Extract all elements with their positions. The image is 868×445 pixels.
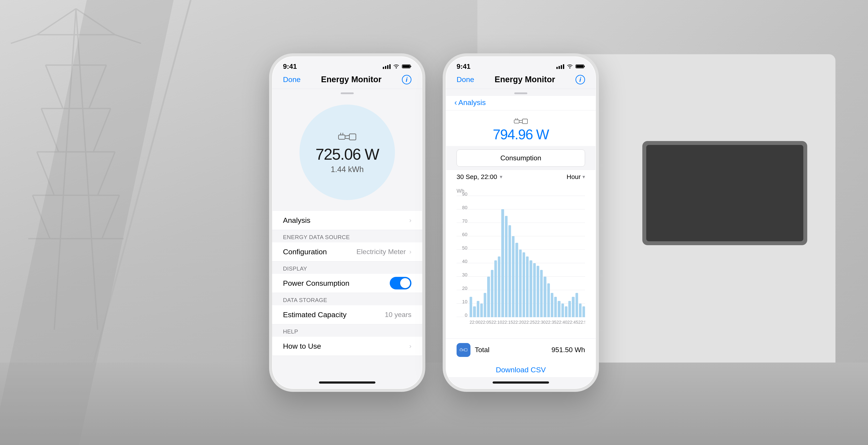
bg-monitor xyxy=(642,141,807,245)
section-help: HELP xyxy=(272,324,422,337)
date-selector[interactable]: 30 Sep, 22:00 ▾ xyxy=(457,173,502,181)
svg-line-44 xyxy=(463,349,464,349)
battery-icon-2 xyxy=(576,64,585,69)
pull-handle-2 xyxy=(446,89,596,96)
chart-bar xyxy=(484,293,486,317)
svg-line-45 xyxy=(463,350,464,351)
plug-icon-1 xyxy=(337,131,357,144)
how-to-use-chevron: › xyxy=(409,342,411,350)
x-labels: 22:00 22:05 22:10 22:15 22:20 22:25 22:3… xyxy=(457,320,585,325)
how-to-use-row[interactable]: How to Use › xyxy=(272,337,422,356)
signal-icon-2 xyxy=(556,64,564,69)
power-consumption-row: Power Consumption xyxy=(272,274,422,293)
svg-line-29 xyxy=(345,138,349,139)
estimated-capacity-label: Estimated Capacity xyxy=(283,311,346,319)
svg-rect-35 xyxy=(584,66,585,67)
nav-bar-2: Done Energy Monitor i xyxy=(446,73,596,89)
chart-bar xyxy=(477,301,479,317)
plug-icon-2 xyxy=(513,117,528,126)
analysis-chevron: › xyxy=(409,217,411,224)
svg-line-15 xyxy=(45,65,63,108)
device-watts: 794.96 W xyxy=(493,126,549,142)
svg-rect-24 xyxy=(403,65,410,68)
svg-rect-26 xyxy=(339,135,345,139)
total-value: 951.50 Wh xyxy=(551,346,585,354)
kwh-display: 1.44 kWh xyxy=(331,165,364,174)
svg-line-17 xyxy=(37,9,76,35)
chart-bar xyxy=(572,297,575,317)
analysis-row[interactable]: Analysis › xyxy=(272,211,422,230)
configuration-value: Electricity Meter xyxy=(356,248,406,256)
chart-bar xyxy=(529,260,532,317)
chart-bar xyxy=(561,304,564,317)
chart-bar xyxy=(523,252,525,317)
power-consumption-toggle[interactable] xyxy=(390,277,411,289)
chart-bar xyxy=(470,297,472,317)
chart-bar xyxy=(544,277,546,317)
download-csv-button[interactable]: Download CSV xyxy=(496,365,546,374)
svg-rect-42 xyxy=(460,349,463,351)
info-button-1[interactable]: i xyxy=(402,75,411,85)
chart-bar xyxy=(568,301,571,317)
chart-bar xyxy=(554,297,557,317)
chart-wrapper: 90 80 70 60 50 40 30 20 10 0 xyxy=(457,196,585,317)
configuration-row[interactable]: Configuration Electricity Meter › xyxy=(272,242,422,261)
watts-display: 725.06 W xyxy=(315,146,379,163)
status-icons-1 xyxy=(383,64,411,69)
configuration-label: Configuration xyxy=(283,248,327,256)
phone-2: 9:41 xyxy=(443,53,599,392)
chart-bar xyxy=(508,225,511,317)
how-to-use-label: How to Use xyxy=(283,342,321,350)
consumption-label: Consumption xyxy=(500,154,541,162)
chart-bar xyxy=(537,266,539,317)
consumption-button[interactable]: Consumption xyxy=(457,150,585,167)
phone1-content: 725.06 W 1.44 kWh Analysis › ENERGY DATA… xyxy=(272,96,422,377)
chart-bar xyxy=(487,277,490,317)
svg-point-32 xyxy=(569,67,570,69)
svg-line-28 xyxy=(345,135,349,136)
chart-bar xyxy=(582,306,585,317)
analysis-label: Analysis xyxy=(283,216,311,225)
svg-rect-37 xyxy=(523,119,528,123)
plug-icon-badge xyxy=(459,347,468,353)
back-chevron-icon: ‹ xyxy=(455,98,457,107)
done-button-1[interactable]: Done xyxy=(283,75,301,84)
chart-bar xyxy=(526,256,529,317)
chart-bar xyxy=(551,293,553,317)
section-data-storage: DATA STORAGE xyxy=(272,293,422,305)
total-row: Total 951.50 Wh xyxy=(446,339,596,361)
chart-bar xyxy=(480,304,483,317)
hour-dropdown-icon: ▾ xyxy=(582,174,585,180)
chart-bar xyxy=(491,270,493,317)
device-badge xyxy=(457,343,470,357)
energy-circle: 725.06 W 1.44 kWh xyxy=(272,96,422,211)
nav-title-2: Energy Monitor xyxy=(495,75,555,84)
home-indicator-2 xyxy=(446,377,596,389)
analysis-back-nav[interactable]: ‹ Analysis xyxy=(446,96,596,110)
chart-bar xyxy=(565,306,567,317)
battery-icon-1 xyxy=(402,64,411,69)
status-bar-1: 9:41 xyxy=(272,56,422,73)
analysis-back-label: Analysis xyxy=(458,98,486,107)
chart-bar xyxy=(540,270,543,317)
chart-bar xyxy=(501,209,504,317)
hour-selector[interactable]: Hour ▾ xyxy=(566,173,585,181)
chart-bar xyxy=(498,256,500,317)
circle-display: 725.06 W 1.44 kWh xyxy=(300,104,395,200)
status-time-1: 9:41 xyxy=(283,62,297,70)
done-button-2[interactable]: Done xyxy=(457,75,474,84)
estimated-capacity-row: Estimated Capacity 10 years xyxy=(272,305,422,324)
section-energy-data: ENERGY DATA SOURCE xyxy=(272,230,422,242)
info-button-2[interactable]: i xyxy=(576,75,585,85)
phone-1: 9:41 xyxy=(269,53,425,392)
phones-container: 9:41 xyxy=(269,53,599,392)
status-icons-2 xyxy=(556,64,585,69)
hour-value: Hour xyxy=(566,173,581,181)
svg-point-22 xyxy=(396,67,397,69)
status-time-2: 9:41 xyxy=(457,62,470,70)
svg-line-39 xyxy=(519,122,522,123)
chart-bar xyxy=(558,301,560,317)
section-display: DISPLAY xyxy=(272,261,422,274)
chart-y-label: Wh xyxy=(457,188,585,194)
wifi-icon-1 xyxy=(393,64,400,69)
